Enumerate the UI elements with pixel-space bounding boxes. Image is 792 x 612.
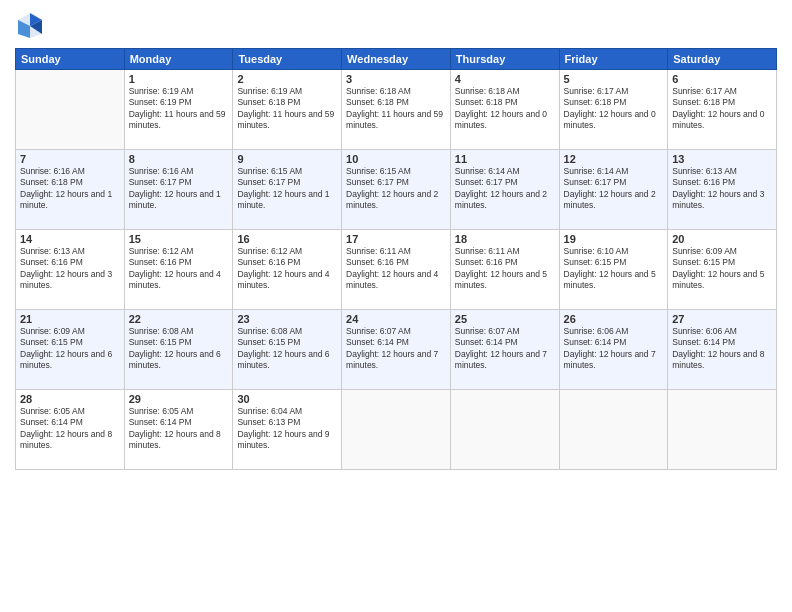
day-info: Sunrise: 6:06 AMSunset: 6:14 PMDaylight:… [564,326,664,372]
calendar-cell [342,390,451,470]
day-info: Sunrise: 6:14 AMSunset: 6:17 PMDaylight:… [455,166,555,212]
day-number: 17 [346,233,446,245]
calendar-cell: 4Sunrise: 6:18 AMSunset: 6:18 PMDaylight… [450,70,559,150]
day-info: Sunrise: 6:04 AMSunset: 6:13 PMDaylight:… [237,406,337,452]
day-number: 12 [564,153,664,165]
calendar-cell: 3Sunrise: 6:18 AMSunset: 6:18 PMDaylight… [342,70,451,150]
day-number: 30 [237,393,337,405]
day-info: Sunrise: 6:19 AMSunset: 6:18 PMDaylight:… [237,86,337,132]
day-info: Sunrise: 6:13 AMSunset: 6:16 PMDaylight:… [672,166,772,212]
column-header-wednesday: Wednesday [342,49,451,70]
column-header-thursday: Thursday [450,49,559,70]
day-number: 27 [672,313,772,325]
day-number: 24 [346,313,446,325]
calendar-cell: 7Sunrise: 6:16 AMSunset: 6:18 PMDaylight… [16,150,125,230]
calendar-week-row: 14Sunrise: 6:13 AMSunset: 6:16 PMDayligh… [16,230,777,310]
day-number: 4 [455,73,555,85]
day-info: Sunrise: 6:16 AMSunset: 6:18 PMDaylight:… [20,166,120,212]
calendar-cell: 22Sunrise: 6:08 AMSunset: 6:15 PMDayligh… [124,310,233,390]
column-header-tuesday: Tuesday [233,49,342,70]
calendar-week-row: 7Sunrise: 6:16 AMSunset: 6:18 PMDaylight… [16,150,777,230]
calendar-cell: 9Sunrise: 6:15 AMSunset: 6:17 PMDaylight… [233,150,342,230]
day-number: 16 [237,233,337,245]
day-info: Sunrise: 6:09 AMSunset: 6:15 PMDaylight:… [20,326,120,372]
day-info: Sunrise: 6:10 AMSunset: 6:15 PMDaylight:… [564,246,664,292]
logo-icon [15,10,45,40]
calendar-cell: 30Sunrise: 6:04 AMSunset: 6:13 PMDayligh… [233,390,342,470]
calendar-table: SundayMondayTuesdayWednesdayThursdayFrid… [15,48,777,470]
column-header-sunday: Sunday [16,49,125,70]
column-header-friday: Friday [559,49,668,70]
day-info: Sunrise: 6:05 AMSunset: 6:14 PMDaylight:… [20,406,120,452]
calendar-cell: 6Sunrise: 6:17 AMSunset: 6:18 PMDaylight… [668,70,777,150]
day-number: 1 [129,73,229,85]
day-number: 28 [20,393,120,405]
day-number: 11 [455,153,555,165]
column-header-saturday: Saturday [668,49,777,70]
day-info: Sunrise: 6:07 AMSunset: 6:14 PMDaylight:… [455,326,555,372]
calendar-cell: 5Sunrise: 6:17 AMSunset: 6:18 PMDaylight… [559,70,668,150]
calendar-cell: 12Sunrise: 6:14 AMSunset: 6:17 PMDayligh… [559,150,668,230]
column-header-monday: Monday [124,49,233,70]
page: SundayMondayTuesdayWednesdayThursdayFrid… [0,0,792,612]
day-number: 5 [564,73,664,85]
day-info: Sunrise: 6:19 AMSunset: 6:19 PMDaylight:… [129,86,229,132]
calendar-cell: 10Sunrise: 6:15 AMSunset: 6:17 PMDayligh… [342,150,451,230]
day-info: Sunrise: 6:18 AMSunset: 6:18 PMDaylight:… [455,86,555,132]
day-info: Sunrise: 6:15 AMSunset: 6:17 PMDaylight:… [346,166,446,212]
calendar-week-row: 21Sunrise: 6:09 AMSunset: 6:15 PMDayligh… [16,310,777,390]
calendar-cell: 1Sunrise: 6:19 AMSunset: 6:19 PMDaylight… [124,70,233,150]
logo [15,10,49,40]
calendar-cell: 29Sunrise: 6:05 AMSunset: 6:14 PMDayligh… [124,390,233,470]
day-number: 22 [129,313,229,325]
calendar-cell: 26Sunrise: 6:06 AMSunset: 6:14 PMDayligh… [559,310,668,390]
day-info: Sunrise: 6:05 AMSunset: 6:14 PMDaylight:… [129,406,229,452]
calendar-cell [450,390,559,470]
calendar-cell: 25Sunrise: 6:07 AMSunset: 6:14 PMDayligh… [450,310,559,390]
day-number: 3 [346,73,446,85]
calendar-cell: 27Sunrise: 6:06 AMSunset: 6:14 PMDayligh… [668,310,777,390]
day-number: 18 [455,233,555,245]
day-number: 14 [20,233,120,245]
day-info: Sunrise: 6:14 AMSunset: 6:17 PMDaylight:… [564,166,664,212]
calendar-cell: 24Sunrise: 6:07 AMSunset: 6:14 PMDayligh… [342,310,451,390]
day-info: Sunrise: 6:15 AMSunset: 6:17 PMDaylight:… [237,166,337,212]
calendar-cell: 14Sunrise: 6:13 AMSunset: 6:16 PMDayligh… [16,230,125,310]
calendar-cell: 13Sunrise: 6:13 AMSunset: 6:16 PMDayligh… [668,150,777,230]
day-info: Sunrise: 6:11 AMSunset: 6:16 PMDaylight:… [346,246,446,292]
day-number: 21 [20,313,120,325]
day-number: 19 [564,233,664,245]
day-info: Sunrise: 6:17 AMSunset: 6:18 PMDaylight:… [564,86,664,132]
calendar-cell: 15Sunrise: 6:12 AMSunset: 6:16 PMDayligh… [124,230,233,310]
calendar-cell: 21Sunrise: 6:09 AMSunset: 6:15 PMDayligh… [16,310,125,390]
calendar-cell: 16Sunrise: 6:12 AMSunset: 6:16 PMDayligh… [233,230,342,310]
calendar-header-row: SundayMondayTuesdayWednesdayThursdayFrid… [16,49,777,70]
day-info: Sunrise: 6:08 AMSunset: 6:15 PMDaylight:… [129,326,229,372]
day-number: 15 [129,233,229,245]
calendar-cell: 19Sunrise: 6:10 AMSunset: 6:15 PMDayligh… [559,230,668,310]
day-info: Sunrise: 6:09 AMSunset: 6:15 PMDaylight:… [672,246,772,292]
calendar-cell: 11Sunrise: 6:14 AMSunset: 6:17 PMDayligh… [450,150,559,230]
day-info: Sunrise: 6:06 AMSunset: 6:14 PMDaylight:… [672,326,772,372]
day-number: 13 [672,153,772,165]
day-info: Sunrise: 6:12 AMSunset: 6:16 PMDaylight:… [237,246,337,292]
day-number: 8 [129,153,229,165]
day-info: Sunrise: 6:16 AMSunset: 6:17 PMDaylight:… [129,166,229,212]
calendar-cell: 17Sunrise: 6:11 AMSunset: 6:16 PMDayligh… [342,230,451,310]
day-info: Sunrise: 6:18 AMSunset: 6:18 PMDaylight:… [346,86,446,132]
day-number: 6 [672,73,772,85]
day-info: Sunrise: 6:08 AMSunset: 6:15 PMDaylight:… [237,326,337,372]
calendar-week-row: 1Sunrise: 6:19 AMSunset: 6:19 PMDaylight… [16,70,777,150]
calendar-cell: 8Sunrise: 6:16 AMSunset: 6:17 PMDaylight… [124,150,233,230]
day-number: 2 [237,73,337,85]
day-number: 23 [237,313,337,325]
day-info: Sunrise: 6:17 AMSunset: 6:18 PMDaylight:… [672,86,772,132]
calendar-cell: 2Sunrise: 6:19 AMSunset: 6:18 PMDaylight… [233,70,342,150]
day-number: 9 [237,153,337,165]
calendar-cell: 28Sunrise: 6:05 AMSunset: 6:14 PMDayligh… [16,390,125,470]
day-number: 10 [346,153,446,165]
day-info: Sunrise: 6:07 AMSunset: 6:14 PMDaylight:… [346,326,446,372]
day-info: Sunrise: 6:12 AMSunset: 6:16 PMDaylight:… [129,246,229,292]
calendar-cell [668,390,777,470]
day-number: 29 [129,393,229,405]
